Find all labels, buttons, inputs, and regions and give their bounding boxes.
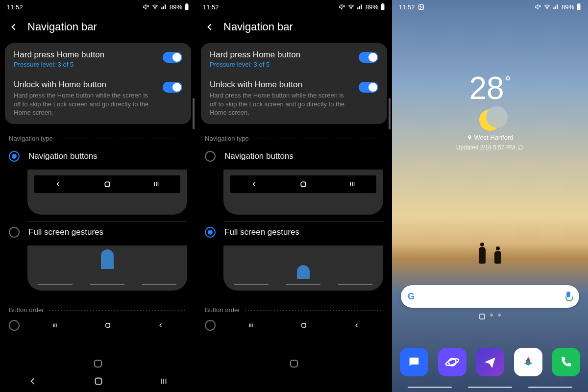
svg-point-34 [547,8,547,9]
battery-pct: 89% [562,3,574,11]
internet-app[interactable] [438,348,466,376]
sys-back-icon[interactable] [28,376,38,386]
gestures-preview [223,245,383,291]
page-header: Navigation bar [0,14,196,43]
svg-rect-4 [186,3,188,4]
voice-search-icon[interactable] [564,292,572,301]
status-bar: 11:52 89% [392,0,588,14]
navbar-preview [34,175,180,193]
home-nav-icon [104,322,111,329]
unlock-row[interactable]: Unlock with Home button Hard press the H… [5,74,191,123]
signal-icon [553,3,560,10]
hard-press-sub: Pressure level: 3 of 5 [210,61,353,68]
screenshot-settings-gestures: 11:52 89% Navigation bar Hard press Home… [196,0,392,392]
location: West Hartford [392,134,588,141]
unlock-row[interactable]: Unlock with Home button Hard press the H… [201,74,387,123]
radio-nav-buttons[interactable] [205,151,216,162]
home-nav-icon [300,322,307,329]
moon-icon [479,109,501,131]
planet-icon [445,355,460,369]
messages-app[interactable] [400,348,428,376]
refresh-icon[interactable] [518,145,524,150]
svg-rect-35 [577,4,581,10]
divider-dots [253,139,383,139]
weather-widget[interactable]: 28° West Hartford Updated 2/18 5:57 PM [392,70,588,151]
home-button-settings-card: Hard press Home button Pressure level: 3… [201,43,387,124]
order-preview [224,318,383,333]
radio-order-1[interactable] [205,320,216,331]
nav-type-label: Navigation type [205,135,249,142]
system-nav-bar [0,370,196,392]
unlock-sub: Hard press the Home button while the scr… [14,91,151,117]
updated: Updated 2/18 5:57 PM [392,144,588,151]
hard-press-label: Hard press Home button [210,50,353,60]
radio-nav-buttons[interactable] [9,151,20,162]
back-icon[interactable] [9,22,19,32]
battery-pct: 89% [366,3,378,11]
scrollbar[interactable] [389,98,391,129]
gesture-hints [38,284,176,285]
page-indicator[interactable] [392,314,588,319]
mute-icon [535,3,541,10]
status-bar: 11:52 89% [196,0,392,14]
gallery-app[interactable] [514,348,542,376]
recents-nav-icon [153,181,160,188]
status-time: 11:52 [7,3,23,11]
wifi-icon [543,3,551,10]
scrollbar[interactable] [193,98,195,129]
google-logo-icon: G [408,292,415,302]
page-header: Navigation bar [196,14,392,43]
temp-value: 28 [469,70,504,106]
back-icon[interactable] [205,22,215,32]
radio-gestures[interactable] [205,227,216,238]
signal-icon [357,3,364,10]
radio-gestures[interactable] [9,227,20,238]
wifi-icon [347,3,355,10]
svg-rect-12 [106,323,110,327]
hard-press-row[interactable]: Hard press Home button Pressure level: 3… [201,44,387,74]
home-indicator-icon [94,360,102,368]
gesture-nav-hints[interactable] [408,387,572,388]
radio-order-1[interactable] [9,320,20,331]
home-button-settings-card: Hard press Home button Pressure level: 3… [5,43,191,124]
nav-buttons-label: Navigation buttons [28,151,98,161]
unlock-toggle[interactable] [163,82,182,93]
hard-press-toggle[interactable] [359,52,378,63]
sys-home-icon[interactable] [93,376,104,387]
page-title: Navigation bar [27,21,97,33]
battery-icon [576,3,581,10]
home-nav-icon [103,180,111,188]
gestures-option[interactable]: Full screen gestures [0,222,196,243]
swipe-finger-icon [101,249,114,269]
battery-icon [380,3,385,10]
nav-buttons-preview [223,170,383,215]
email-app[interactable] [476,348,504,376]
status-time: 11:52 [399,3,415,11]
recents-nav-icon [349,181,356,188]
gallery-icon [521,355,535,369]
wallpaper-people [392,234,588,264]
button-order-section: Button order [0,291,196,318]
nav-buttons-option[interactable]: Navigation buttons [196,146,392,167]
google-search-bar[interactable]: G [401,285,579,308]
location-text: West Hartford [474,134,514,141]
gestures-option[interactable]: Full screen gestures [196,222,392,243]
hard-press-toggle[interactable] [163,52,182,63]
nav-buttons-option[interactable]: Navigation buttons [0,146,196,167]
status-icons: 89% [143,3,189,11]
hard-press-row[interactable]: Hard press Home button Pressure level: 3… [5,44,191,74]
svg-rect-29 [302,323,306,327]
nav-buttons-label: Navigation buttons [224,151,294,161]
back-nav-icon [55,181,62,188]
sys-recents-icon[interactable] [159,377,168,386]
unlock-sub: Hard press the Home button while the scr… [210,91,347,117]
svg-point-38 [445,358,459,367]
unlock-toggle[interactable] [359,82,378,93]
nav-buttons-preview [27,170,187,215]
status-icons: 89% [339,3,385,11]
svg-rect-3 [185,4,189,10]
divider-dots [48,310,187,311]
phone-app[interactable] [552,348,580,376]
temperature: 28° [469,70,511,106]
home-indicator-icon [290,360,298,368]
